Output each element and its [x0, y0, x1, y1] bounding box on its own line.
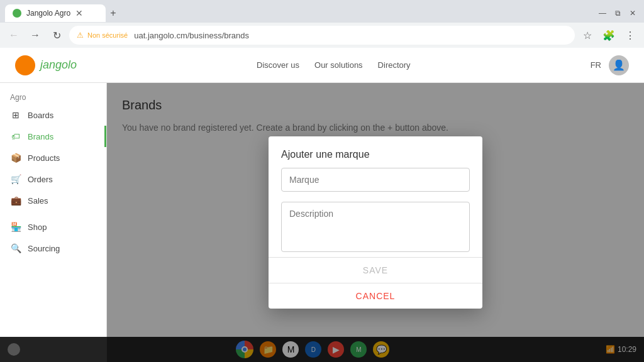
sidebar-item-sourcing[interactable]: 🔍 Sourcing — [0, 238, 106, 259]
cancel-button[interactable]: CANCEL — [269, 283, 482, 309]
taskbar-left — [8, 343, 20, 356]
close-tab-icon[interactable]: ✕ — [75, 8, 83, 18]
save-button[interactable]: SAVE — [269, 257, 482, 283]
new-tab-button[interactable]: + — [106, 6, 121, 21]
sidebar-section-label: Agro — [0, 88, 106, 104]
sidebar: Agro ⊞ Boards 🏷 Brands 📦 Products 🛒 Orde… — [0, 83, 107, 362]
nav-links: Discover us Our solutions Directory — [257, 60, 411, 70]
menu-button[interactable]: ⋮ — [621, 26, 639, 44]
back-button[interactable]: ← — [5, 26, 23, 44]
tab-title: Jangolo Agro — [26, 9, 70, 18]
sidebar-item-sales-label: Sales — [28, 196, 48, 206]
browser-frame: Jangolo Agro ✕ + — ⧉ ✕ ← → ↻ ⚠ Non sécur… — [0, 0, 644, 362]
reload-button[interactable]: ↻ — [48, 26, 65, 44]
address-bar[interactable]: ⚠ Non sécurisé uat.jangolo.cm/business/b… — [69, 26, 575, 45]
extensions-button[interactable]: 🧩 — [600, 26, 618, 44]
sidebar-item-brands-label: Brands — [28, 132, 53, 141]
sidebar-item-shop-label: Shop — [28, 222, 47, 232]
sidebar-item-orders[interactable]: 🛒 Orders — [0, 168, 106, 190]
sidebar-item-products[interactable]: 📦 Products — [0, 147, 106, 168]
orders-icon: 🛒 — [10, 173, 21, 185]
boards-icon: ⊞ — [10, 109, 21, 121]
logo-icon — [15, 55, 35, 75]
nav-right: FR 👤 — [591, 55, 629, 75]
user-avatar[interactable]: 👤 — [609, 55, 629, 75]
logo-text: jangolo — [40, 58, 77, 72]
add-brand-dialog: Ajouter une marque SAVE CANCEL — [269, 136, 482, 309]
top-navigation: jangolo Discover us Our solutions Direct… — [0, 48, 644, 83]
url-display: uat.jangolo.cm/business/brands — [134, 31, 249, 40]
maximize-button[interactable]: ⧉ — [611, 7, 624, 19]
sidebar-item-shop[interactable]: 🏪 Shop — [0, 216, 106, 238]
sidebar-item-products-label: Products — [28, 153, 60, 163]
dialog-body — [269, 168, 482, 257]
sidebar-item-sourcing-label: Sourcing — [28, 244, 60, 253]
brands-icon: 🏷 — [10, 131, 21, 142]
sidebar-item-orders-label: Orders — [28, 175, 53, 184]
dialog-title: Ajouter une marque — [269, 136, 482, 168]
security-label: Non sécurisé — [87, 31, 128, 39]
products-icon: 📦 — [10, 152, 21, 163]
nav-discover[interactable]: Discover us — [257, 60, 299, 70]
sales-icon: 💼 — [10, 195, 21, 206]
shop-icon: 🏪 — [10, 221, 21, 233]
sidebar-item-boards-label: Boards — [28, 111, 53, 120]
minimize-button[interactable]: — — [596, 7, 609, 19]
forward-button[interactable]: → — [26, 26, 44, 44]
logo[interactable]: jangolo — [15, 55, 77, 75]
sourcing-icon: 🔍 — [10, 243, 21, 254]
browser-tab[interactable]: Jangolo Agro ✕ — [5, 4, 106, 22]
close-button[interactable]: ✕ — [626, 7, 639, 19]
content-area: Brands You have no brand registered yet.… — [107, 83, 644, 362]
tab-favicon — [13, 9, 21, 18]
nav-directory[interactable]: Directory — [378, 60, 411, 70]
dialog-actions: SAVE CANCEL — [269, 257, 482, 309]
security-icon: ⚠ — [77, 31, 84, 40]
language-button[interactable]: FR — [591, 60, 601, 70]
sidebar-item-brands[interactable]: 🏷 Brands — [0, 126, 106, 147]
marque-input[interactable] — [281, 168, 470, 192]
bookmark-button[interactable]: ☆ — [579, 26, 596, 44]
sidebar-item-boards[interactable]: ⊞ Boards — [0, 104, 106, 126]
sidebar-item-sales[interactable]: 💼 Sales — [0, 190, 106, 211]
description-input[interactable] — [281, 202, 470, 252]
modal-overlay: Ajouter une marque SAVE CANCEL — [107, 83, 644, 362]
nav-solutions[interactable]: Our solutions — [314, 60, 363, 70]
chromeos-home-icon[interactable] — [8, 343, 20, 356]
